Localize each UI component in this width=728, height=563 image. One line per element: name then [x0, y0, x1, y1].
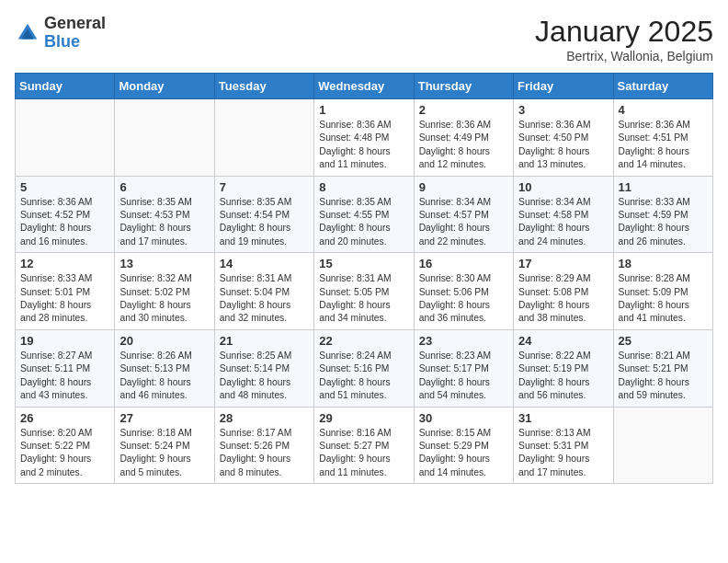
day-info: Sunrise: 8:35 AM Sunset: 4:54 PM Dayligh… — [220, 196, 309, 249]
calendar-cell: 21Sunrise: 8:25 AM Sunset: 5:14 PM Dayli… — [214, 329, 313, 407]
calendar-week-row: 12Sunrise: 8:33 AM Sunset: 5:01 PM Dayli… — [16, 253, 713, 330]
page-header: General Blue January 2025 Bertrix, Wallo… — [15, 15, 713, 63]
day-number: 5 — [20, 180, 109, 194]
day-info: Sunrise: 8:27 AM Sunset: 5:11 PM Dayligh… — [20, 350, 109, 403]
calendar-cell — [613, 407, 712, 484]
calendar-cell: 20Sunrise: 8:26 AM Sunset: 5:13 PM Dayli… — [115, 329, 214, 407]
day-number: 2 — [419, 103, 508, 117]
day-info: Sunrise: 8:23 AM Sunset: 5:17 PM Dayligh… — [419, 350, 508, 403]
calendar-cell — [214, 99, 313, 177]
day-number: 27 — [119, 411, 209, 425]
day-info: Sunrise: 8:20 AM Sunset: 5:22 PM Dayligh… — [20, 427, 109, 480]
day-info: Sunrise: 8:32 AM Sunset: 5:02 PM Dayligh… — [119, 272, 209, 326]
day-number: 1 — [319, 103, 408, 117]
calendar-cell: 5Sunrise: 8:36 AM Sunset: 4:52 PM Daylig… — [16, 176, 115, 253]
calendar-cell: 26Sunrise: 8:20 AM Sunset: 5:22 PM Dayli… — [16, 407, 115, 484]
calendar-cell: 10Sunrise: 8:34 AM Sunset: 4:58 PM Dayli… — [514, 176, 613, 253]
day-info: Sunrise: 8:31 AM Sunset: 5:05 PM Dayligh… — [319, 272, 408, 326]
day-info: Sunrise: 8:16 AM Sunset: 5:27 PM Dayligh… — [319, 427, 408, 480]
day-number: 22 — [319, 334, 408, 348]
day-number: 18 — [619, 257, 708, 270]
calendar-cell: 24Sunrise: 8:22 AM Sunset: 5:19 PM Dayli… — [514, 329, 613, 407]
title-block: January 2025 Bertrix, Wallonia, Belgium — [535, 15, 713, 63]
day-header-thursday: Thursday — [414, 74, 513, 99]
day-info: Sunrise: 8:36 AM Sunset: 4:49 PM Dayligh… — [419, 119, 508, 172]
calendar-cell: 23Sunrise: 8:23 AM Sunset: 5:17 PM Dayli… — [414, 329, 513, 407]
day-number: 13 — [119, 257, 209, 270]
day-number: 29 — [319, 411, 408, 425]
day-number: 26 — [20, 411, 109, 425]
day-number: 10 — [518, 180, 608, 194]
day-number: 20 — [119, 334, 209, 348]
day-info: Sunrise: 8:35 AM Sunset: 4:53 PM Dayligh… — [119, 196, 209, 249]
day-info: Sunrise: 8:25 AM Sunset: 5:14 PM Dayligh… — [220, 350, 309, 403]
day-number: 11 — [619, 180, 708, 194]
calendar-week-row: 5Sunrise: 8:36 AM Sunset: 4:52 PM Daylig… — [16, 176, 713, 253]
day-info: Sunrise: 8:36 AM Sunset: 4:52 PM Dayligh… — [20, 196, 109, 249]
calendar-cell — [115, 99, 214, 177]
logo-icon — [15, 20, 40, 46]
logo-text: General Blue — [44, 15, 106, 52]
day-number: 12 — [20, 257, 109, 270]
location-text: Bertrix, Wallonia, Belgium — [535, 49, 713, 63]
calendar-cell: 1Sunrise: 8:36 AM Sunset: 4:48 PM Daylig… — [314, 99, 414, 177]
logo: General Blue — [15, 15, 106, 52]
day-info: Sunrise: 8:28 AM Sunset: 5:09 PM Dayligh… — [619, 272, 708, 326]
day-number: 30 — [419, 411, 508, 425]
day-number: 14 — [220, 257, 309, 270]
day-number: 3 — [518, 103, 608, 117]
day-info: Sunrise: 8:36 AM Sunset: 4:48 PM Dayligh… — [319, 119, 408, 172]
day-header-wednesday: Wednesday — [314, 74, 414, 99]
day-info: Sunrise: 8:13 AM Sunset: 5:31 PM Dayligh… — [518, 427, 608, 480]
calendar-cell: 25Sunrise: 8:21 AM Sunset: 5:21 PM Dayli… — [613, 329, 712, 407]
calendar-cell: 9Sunrise: 8:34 AM Sunset: 4:57 PM Daylig… — [414, 176, 513, 253]
day-number: 15 — [319, 257, 408, 270]
day-info: Sunrise: 8:35 AM Sunset: 4:55 PM Dayligh… — [319, 196, 408, 249]
calendar-cell: 31Sunrise: 8:13 AM Sunset: 5:31 PM Dayli… — [514, 407, 613, 484]
calendar-cell: 16Sunrise: 8:30 AM Sunset: 5:06 PM Dayli… — [414, 253, 513, 330]
calendar-cell: 27Sunrise: 8:18 AM Sunset: 5:24 PM Dayli… — [115, 407, 214, 484]
calendar-header-row: SundayMondayTuesdayWednesdayThursdayFrid… — [16, 74, 713, 99]
calendar-cell: 7Sunrise: 8:35 AM Sunset: 4:54 PM Daylig… — [214, 176, 313, 253]
calendar-cell: 12Sunrise: 8:33 AM Sunset: 5:01 PM Dayli… — [16, 253, 115, 330]
day-info: Sunrise: 8:34 AM Sunset: 4:58 PM Dayligh… — [518, 196, 608, 249]
day-info: Sunrise: 8:34 AM Sunset: 4:57 PM Dayligh… — [419, 196, 508, 249]
day-number: 9 — [419, 180, 508, 194]
calendar-cell: 17Sunrise: 8:29 AM Sunset: 5:08 PM Dayli… — [514, 253, 613, 330]
calendar-cell: 28Sunrise: 8:17 AM Sunset: 5:26 PM Dayli… — [214, 407, 313, 484]
calendar-cell: 2Sunrise: 8:36 AM Sunset: 4:49 PM Daylig… — [414, 99, 513, 177]
day-info: Sunrise: 8:15 AM Sunset: 5:29 PM Dayligh… — [419, 427, 508, 480]
day-number: 19 — [20, 334, 109, 348]
logo-blue-text: Blue — [44, 33, 106, 52]
day-info: Sunrise: 8:33 AM Sunset: 5:01 PM Dayligh… — [20, 272, 109, 326]
calendar-cell: 15Sunrise: 8:31 AM Sunset: 5:05 PM Dayli… — [314, 253, 414, 330]
day-header-saturday: Saturday — [613, 74, 712, 99]
calendar-cell — [16, 99, 115, 177]
day-info: Sunrise: 8:36 AM Sunset: 4:50 PM Dayligh… — [518, 119, 608, 172]
day-info: Sunrise: 8:31 AM Sunset: 5:04 PM Dayligh… — [220, 272, 309, 326]
day-info: Sunrise: 8:21 AM Sunset: 5:21 PM Dayligh… — [619, 350, 708, 403]
day-number: 23 — [419, 334, 508, 348]
calendar-cell: 22Sunrise: 8:24 AM Sunset: 5:16 PM Dayli… — [314, 329, 414, 407]
day-number: 4 — [619, 103, 708, 117]
calendar-week-row: 26Sunrise: 8:20 AM Sunset: 5:22 PM Dayli… — [16, 407, 713, 484]
day-info: Sunrise: 8:22 AM Sunset: 5:19 PM Dayligh… — [518, 350, 608, 403]
day-number: 16 — [419, 257, 508, 270]
day-header-friday: Friday — [514, 74, 613, 99]
calendar-cell: 14Sunrise: 8:31 AM Sunset: 5:04 PM Dayli… — [214, 253, 313, 330]
day-info: Sunrise: 8:36 AM Sunset: 4:51 PM Dayligh… — [619, 119, 708, 172]
day-number: 17 — [518, 257, 608, 270]
day-number: 21 — [220, 334, 309, 348]
day-number: 8 — [319, 180, 408, 194]
day-number: 31 — [518, 411, 608, 425]
calendar-cell: 4Sunrise: 8:36 AM Sunset: 4:51 PM Daylig… — [613, 99, 712, 177]
day-number: 28 — [220, 411, 309, 425]
calendar-cell: 30Sunrise: 8:15 AM Sunset: 5:29 PM Dayli… — [414, 407, 513, 484]
day-info: Sunrise: 8:30 AM Sunset: 5:06 PM Dayligh… — [419, 272, 508, 326]
calendar-cell: 29Sunrise: 8:16 AM Sunset: 5:27 PM Dayli… — [314, 407, 414, 484]
day-header-monday: Monday — [115, 74, 214, 99]
calendar-cell: 6Sunrise: 8:35 AM Sunset: 4:53 PM Daylig… — [115, 176, 214, 253]
day-header-tuesday: Tuesday — [214, 74, 313, 99]
day-info: Sunrise: 8:33 AM Sunset: 4:59 PM Dayligh… — [619, 196, 708, 249]
day-number: 24 — [518, 334, 608, 348]
